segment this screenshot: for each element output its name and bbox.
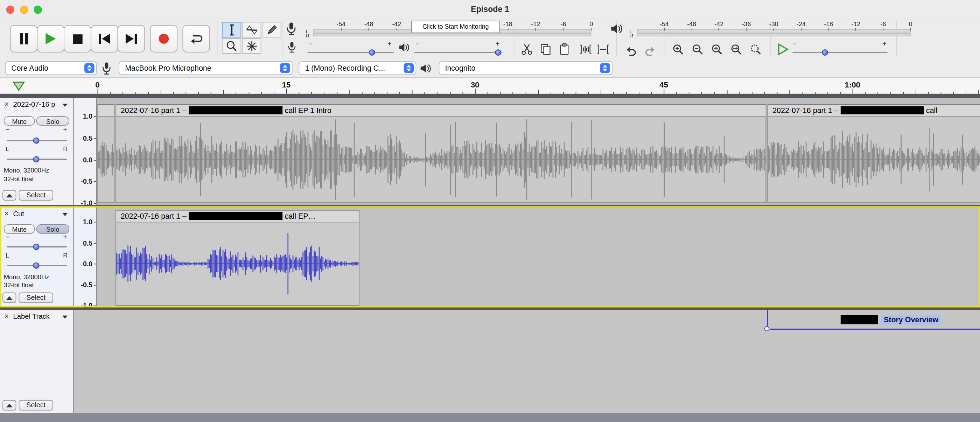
play-speed-slider[interactable]: [792, 52, 887, 53]
label-handle-icon[interactable]: [764, 326, 769, 331]
meter-db-label: -30: [769, 21, 778, 28]
solo-button[interactable]: Solo: [37, 224, 70, 234]
clip-waveform[interactable]: [116, 222, 359, 305]
silence-audio-button[interactable]: [595, 41, 611, 57]
zoom-in-button[interactable]: [670, 41, 686, 57]
close-track-button[interactable]: ×: [2, 100, 11, 109]
track-panel-3[interactable]: × Label Track Select: [0, 310, 74, 413]
clip-header[interactable]: 2022-07-16 part 1 – call EP…: [116, 211, 359, 222]
loop-button[interactable]: [182, 25, 210, 52]
track-menu-icon[interactable]: [63, 103, 68, 107]
track-title[interactable]: Cut: [13, 210, 60, 217]
recording-volume-slider[interactable]: [308, 52, 394, 53]
zoom-tool-button[interactable]: [222, 38, 241, 54]
audio-host-combo[interactable]: Core Audio: [5, 61, 97, 75]
close-track-button[interactable]: ×: [2, 209, 11, 219]
output-device-combo[interactable]: Incognito: [439, 61, 612, 75]
stop-button[interactable]: [64, 25, 91, 52]
collapse-track-button[interactable]: [2, 292, 16, 303]
label-text[interactable]: Story Overview: [881, 315, 942, 325]
pause-button[interactable]: [10, 25, 38, 52]
input-channels-combo[interactable]: 1 (Mono) Recording C...: [299, 61, 417, 75]
zoom-toggle-button[interactable]: [748, 41, 764, 57]
playback-meter[interactable]: L R -54-48-42-36-30-24-18-12-60: [609, 21, 919, 37]
playback-volume-thumb[interactable]: [495, 49, 501, 56]
recording-meter[interactable]: L R -54-48-42-36-30-24-18-12-60 Click to…: [284, 21, 600, 37]
play-speed-min-label: −: [792, 40, 796, 47]
label-track-content[interactable]: Story Overview: [74, 310, 980, 413]
pan-slider-thumb[interactable]: [33, 156, 40, 162]
collapse-track-button[interactable]: [2, 190, 16, 200]
track-content-1[interactable]: 2022-07-16 part 1 – call EP 1 Intro 2022…: [97, 98, 980, 205]
clip-waveform[interactable]: [98, 117, 114, 203]
gain-slider-thumb[interactable]: [33, 244, 40, 250]
zoom-out-button[interactable]: [689, 41, 706, 57]
combo-stepper-icon[interactable]: [280, 63, 290, 73]
track-title[interactable]: Label Track: [13, 313, 60, 320]
selection-ibeam-icon: [229, 24, 235, 35]
track-panel-2[interactable]: × Cut Mute Solo − + L R Mono, 32000Hz 32…: [0, 208, 74, 306]
collapse-track-button[interactable]: [2, 400, 16, 411]
pan-slider-thumb[interactable]: [33, 262, 40, 269]
clip-header[interactable]: 2022-07-16 part 1 – call EP 1 Intro: [116, 105, 765, 117]
cut-button[interactable]: [519, 41, 535, 57]
clip-header[interactable]: 2022-07-16 part 1 – call: [768, 105, 980, 117]
trim-audio-button[interactable]: [578, 41, 593, 57]
playback-volume-slider[interactable]: [414, 52, 502, 53]
audio-clip[interactable]: 2022-07-16 part 1 – call EP…: [116, 210, 359, 306]
monitoring-message[interactable]: Click to Start Monitoring: [411, 21, 500, 33]
zoom-fit-project-button[interactable]: [728, 41, 744, 57]
combo-stepper-icon[interactable]: [600, 63, 610, 73]
track-title[interactable]: 2022-07-16 p: [13, 100, 60, 108]
play-speed-thumb[interactable]: [822, 49, 828, 56]
timeline-ruler[interactable]: 01530451:00: [0, 78, 980, 94]
redo-button[interactable]: [643, 42, 659, 59]
solo-button[interactable]: Solo: [37, 116, 70, 125]
amplitude-scale-label: -1.0: [81, 200, 92, 207]
titlebar: Episode 1: [0, 0, 980, 19]
audio-clip[interactable]: 2022-07-16 part 1 – call: [768, 104, 980, 203]
selection-tool-button[interactable]: [222, 22, 241, 37]
input-device-combo[interactable]: MacBook Pro Microphone: [119, 61, 292, 75]
label-extent-line[interactable]: [770, 328, 980, 330]
clip-waveform[interactable]: [768, 117, 980, 203]
combo-stepper-icon[interactable]: [404, 63, 414, 73]
label-item[interactable]: Story Overview: [841, 314, 942, 324]
skip-to-start-button[interactable]: [91, 25, 118, 52]
audio-clip[interactable]: [98, 104, 115, 203]
play-button[interactable]: [37, 25, 64, 52]
skip-to-end-button[interactable]: [118, 25, 145, 52]
record-button[interactable]: [150, 25, 178, 52]
collapse-icon: [6, 404, 13, 408]
mute-button[interactable]: Mute: [4, 224, 35, 234]
draw-tool-button[interactable]: [262, 22, 281, 37]
envelope-tool-button[interactable]: [242, 22, 261, 37]
meter-right-label: R: [629, 33, 633, 38]
select-track-button[interactable]: Select: [19, 400, 53, 411]
clip-header[interactable]: [98, 105, 114, 117]
audio-clip[interactable]: 2022-07-16 part 1 – call EP 1 Intro: [116, 104, 766, 203]
ruler-time-label: 15: [282, 81, 291, 89]
scissors-icon: [520, 43, 533, 56]
multi-tool-button[interactable]: [242, 38, 261, 54]
track-content-2[interactable]: 2022-07-16 part 1 – call EP…: [97, 208, 980, 306]
bottom-scroll-area[interactable]: [0, 413, 980, 422]
vertical-scale-track-2[interactable]: 1.00.50.0-0.5-1.0: [74, 208, 97, 306]
recording-volume-thumb[interactable]: [369, 49, 375, 56]
mute-button[interactable]: Mute: [4, 116, 35, 125]
select-track-button[interactable]: Select: [19, 190, 53, 200]
track-menu-icon[interactable]: [63, 316, 68, 319]
close-track-button[interactable]: ×: [2, 312, 11, 321]
vertical-scale-track-1[interactable]: 1.00.50.0-0.5-1.0: [74, 98, 97, 205]
copy-button[interactable]: [538, 41, 554, 57]
undo-button[interactable]: [623, 42, 639, 59]
play-at-speed-button[interactable]: [775, 41, 791, 57]
select-track-button[interactable]: Select: [19, 292, 53, 303]
clip-waveform[interactable]: [116, 117, 765, 203]
paste-button[interactable]: [556, 41, 572, 57]
zoom-selection-button[interactable]: [709, 41, 725, 57]
combo-stepper-icon[interactable]: [84, 63, 94, 73]
track-panel-1[interactable]: × 2022-07-16 p Mute Solo − + L R Mono, 3…: [0, 98, 74, 205]
gain-slider-thumb[interactable]: [33, 138, 40, 144]
track-menu-icon[interactable]: [63, 213, 68, 216]
